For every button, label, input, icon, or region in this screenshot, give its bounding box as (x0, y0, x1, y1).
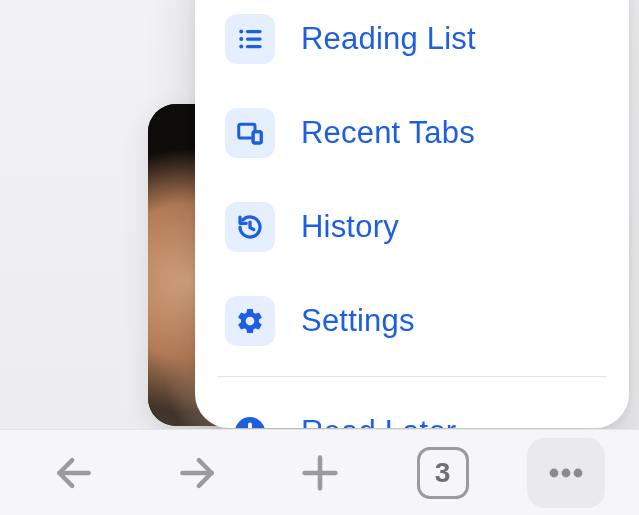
screen: Reading List Recent Tabs (0, 0, 639, 515)
menu-item-reading-list[interactable]: Reading List (195, 0, 629, 86)
bottom-toolbar: 3 (0, 429, 639, 515)
menu-item-read-later[interactable]: Read Later (195, 385, 629, 428)
menu-item-label: Recent Tabs (301, 115, 475, 151)
menu-separator (217, 376, 607, 377)
arrow-left-icon (52, 451, 96, 495)
reading-list-icon (225, 14, 275, 64)
plus-icon (297, 450, 343, 496)
svg-point-14 (549, 468, 558, 477)
menu-item-label: Settings (301, 303, 415, 339)
history-icon (225, 202, 275, 252)
tabs-count-badge: 3 (417, 447, 469, 499)
overflow-menu-button[interactable] (527, 438, 605, 508)
forward-button[interactable] (158, 438, 236, 508)
svg-point-16 (573, 468, 582, 477)
menu-item-recent-tabs[interactable]: Recent Tabs (195, 86, 629, 180)
back-button[interactable] (35, 438, 113, 508)
svg-point-0 (239, 30, 243, 34)
tabs-count-value: 3 (435, 457, 451, 489)
menu-item-label: Read Later (301, 414, 456, 428)
menu-item-label: Reading List (301, 21, 476, 57)
gear-icon (225, 296, 275, 346)
overflow-menu-popover: Reading List Recent Tabs (195, 0, 629, 428)
tabs-button[interactable]: 3 (404, 438, 482, 508)
menu-item-history[interactable]: History (195, 180, 629, 274)
add-circle-icon (225, 407, 275, 428)
more-horizontal-icon (542, 449, 590, 497)
svg-point-2 (239, 37, 243, 41)
svg-point-4 (239, 45, 243, 49)
svg-point-15 (561, 468, 570, 477)
overflow-menu-list: Reading List Recent Tabs (195, 0, 629, 428)
menu-item-settings[interactable]: Settings (195, 274, 629, 368)
recent-tabs-icon (225, 108, 275, 158)
arrow-right-icon (175, 451, 219, 495)
new-tab-button[interactable] (281, 438, 359, 508)
menu-item-label: History (301, 209, 399, 245)
